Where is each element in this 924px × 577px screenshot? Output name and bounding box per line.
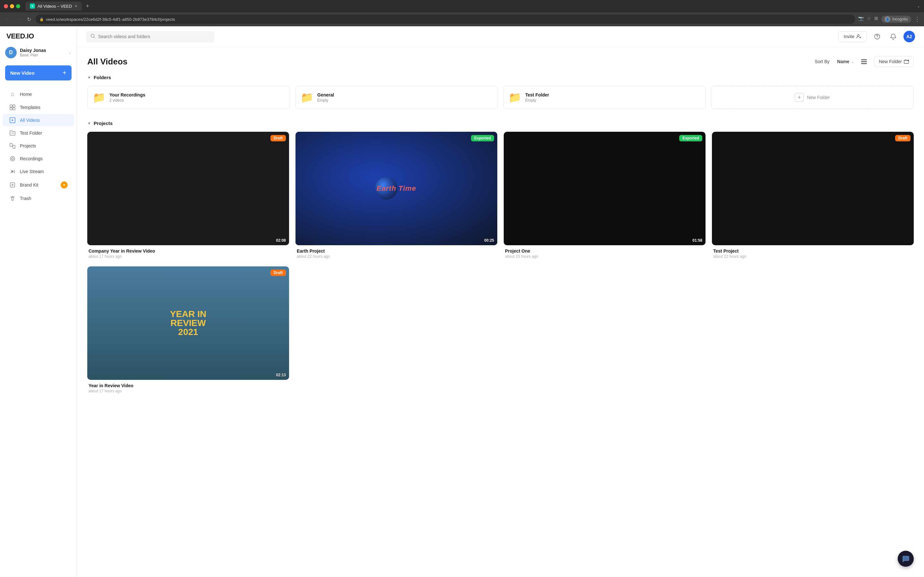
sidebar-item-home[interactable]: ⌂ Home [3, 87, 74, 101]
sort-by-label: Sort By [815, 59, 830, 64]
sidebar-item-templates-label: Templates [20, 105, 40, 110]
sidebar-item-recordings-label: Recordings [20, 156, 43, 161]
folder-name: General [317, 92, 493, 97]
search-icon [90, 34, 95, 40]
sort-value: Name [837, 59, 849, 64]
new-tab-button[interactable]: + [86, 3, 89, 10]
svg-point-13 [857, 35, 859, 37]
year-text: YEAR INREVIEW2021 [170, 309, 207, 337]
browser-tab[interactable]: V All Videos – VEED ✕ [25, 2, 82, 11]
svg-rect-7 [13, 145, 15, 148]
sidebar-item-all-videos-label: All Videos [20, 118, 40, 123]
split-view-icon[interactable]: ⊞ [874, 16, 878, 23]
folder-general[interactable]: 📁 General Empty [295, 86, 498, 109]
sidebar-item-live-stream-label: Live Stream [20, 169, 44, 174]
search-box[interactable] [86, 31, 214, 42]
new-folder-card[interactable]: + New Folder [711, 86, 914, 109]
user-info: Daisy Jonas Basic Plan [20, 48, 65, 57]
projects-section-title: Projects [94, 121, 113, 126]
project-badge: Exported [471, 135, 494, 141]
camera-off-icon[interactable]: 📷 [858, 16, 864, 23]
all-videos-icon [9, 117, 16, 123]
new-folder-button[interactable]: New Folder [874, 56, 914, 67]
svg-point-9 [11, 158, 13, 160]
folder-test-folder[interactable]: 📁 Test Folder Empty [503, 86, 706, 109]
project-duration: 02:13 [276, 373, 286, 377]
avatar: D [5, 47, 17, 58]
thumbnail-image [712, 132, 914, 245]
project-info: Project One about 23 hours ago [504, 245, 706, 260]
project-info: Year in Review Video about 17 hours ago [87, 380, 289, 395]
search-input[interactable] [98, 34, 210, 39]
project-badge: Draft [270, 135, 286, 141]
thumbnail-image [87, 132, 289, 245]
chat-button[interactable] [898, 551, 914, 567]
sidebar-item-all-videos[interactable]: All Videos [3, 114, 74, 126]
sidebar-item-templates[interactable]: Templates [3, 101, 74, 113]
sidebar-item-test-folder[interactable]: Test Folder [3, 127, 74, 139]
sidebar-item-projects[interactable]: Projects [3, 140, 74, 152]
incognito-badge[interactable]: 👤 Incognito [881, 16, 911, 23]
incognito-label: Incognito [892, 17, 908, 21]
forward-button[interactable]: → [15, 15, 23, 23]
new-video-button[interactable]: New Video + [5, 65, 71, 81]
projects-section-header: ▼ Projects [87, 121, 914, 126]
project-duration: 00:25 [484, 238, 494, 243]
project-card-project-one[interactable]: Exported 01:58 Project One about 23 hour… [504, 132, 706, 260]
list-view-button[interactable] [859, 56, 869, 67]
content: All Videos Sort By Name ⌄ New Folder [77, 47, 924, 577]
folder-name: Test Folder [525, 92, 700, 97]
sidebar-item-home-label: Home [20, 92, 32, 97]
maximize-dot[interactable] [16, 4, 20, 8]
folders-collapse-icon[interactable]: ▼ [87, 75, 91, 80]
svg-rect-18 [861, 63, 867, 64]
help-icon[interactable] [871, 31, 883, 42]
browser-action-icons: 📷 ☆ ⊞ 👤 Incognito ⋮ [858, 16, 920, 23]
project-card-year-review[interactable]: YEAR INREVIEW2021 Draft 02:13 Year in Re… [87, 266, 289, 395]
test-folder-icon [9, 130, 16, 136]
browser-menu-chevron[interactable]: ⌄ [917, 4, 920, 8]
reload-button[interactable]: ↻ [26, 15, 32, 24]
project-card-company-year[interactable]: Draft 02:08 Company Year in Review Video… [87, 132, 289, 260]
project-duration: 02:08 [276, 238, 286, 243]
sidebar-item-brand-kit[interactable]: Brand Kit + [3, 178, 74, 192]
folder-meta: 2 videos [110, 98, 284, 103]
window-controls [4, 4, 20, 8]
browser-more-button[interactable]: ⋮ [914, 16, 920, 23]
back-button[interactable]: ← [4, 15, 11, 23]
svg-rect-6 [10, 143, 12, 147]
notifications-icon[interactable] [887, 31, 899, 42]
content-header: All Videos Sort By Name ⌄ New Folder [87, 56, 914, 67]
brand-kit-icon [9, 182, 16, 188]
projects-collapse-icon[interactable]: ▼ [87, 121, 91, 126]
svg-rect-0 [10, 105, 12, 107]
svg-rect-17 [861, 61, 867, 62]
project-card-earth[interactable]: Earth Time Exported 00:25 Earth Project … [296, 132, 497, 260]
sidebar-item-trash[interactable]: Trash [3, 192, 74, 205]
close-dot[interactable] [4, 4, 8, 8]
address-field[interactable]: 🔒 veed.io/workspaces/22ce6d2f-38c5-4df1-… [36, 15, 855, 24]
sort-control[interactable]: Sort By Name ⌄ [815, 59, 855, 64]
invite-button[interactable]: Invite [838, 31, 867, 42]
projects-grid: Draft 02:08 Company Year in Review Video… [87, 132, 914, 395]
user-profile-section[interactable]: D Daisy Jonas Basic Plan ⌄ [0, 44, 77, 61]
project-card-test-project[interactable]: Draft Test Project about 22 hours ago [712, 132, 914, 260]
bookmark-icon[interactable]: ☆ [867, 16, 871, 23]
folders-section-title: Folders [94, 75, 111, 80]
folder-icon: 📁 [93, 91, 105, 103]
header-actions: Invite A2 [838, 31, 915, 42]
project-thumbnail: Earth Time Exported 00:25 [296, 132, 497, 245]
live-stream-icon [9, 169, 16, 174]
project-info: Earth Project about 22 hours ago [296, 245, 497, 260]
sidebar-item-recordings[interactable]: Recordings [3, 153, 74, 165]
folder-your-recordings[interactable]: 📁 Your Recordings 2 videos [87, 86, 290, 109]
user-chevron-icon: ⌄ [68, 50, 71, 55]
folder-info: Test Folder Empty [525, 92, 700, 103]
header-avatar[interactable]: A2 [903, 31, 915, 42]
tab-close-button[interactable]: ✕ [74, 4, 78, 8]
project-info: Company Year in Review Video about 17 ho… [87, 245, 289, 260]
minimize-dot[interactable] [10, 4, 14, 8]
sidebar-item-live-stream[interactable]: Live Stream [3, 165, 74, 177]
svg-point-8 [10, 156, 15, 161]
browser-chrome: V All Videos – VEED ✕ + ⌄ [0, 0, 924, 12]
